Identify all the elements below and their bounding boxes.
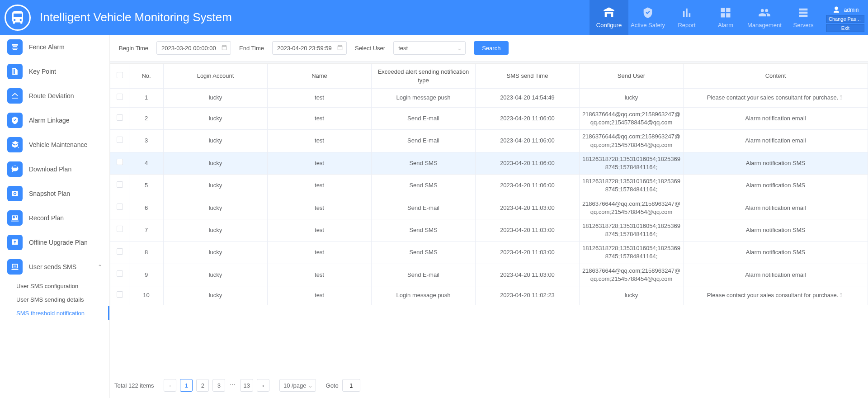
table-row[interactable]: 10luckytestLogin message push2023-04-20 … <box>110 286 868 305</box>
cell-content: Alarm notification email <box>684 197 868 219</box>
row-checkbox[interactable] <box>117 291 123 298</box>
row-checkbox[interactable] <box>117 226 123 232</box>
total-items: Total 122 items <box>114 382 154 389</box>
sidebar-item-record-plan[interactable]: Record Plan <box>0 206 109 230</box>
filter-bar: Begin Time End Time Select User <box>110 35 868 61</box>
cell-no: 9 <box>129 264 164 286</box>
sidebar-item-alarm-linkage[interactable]: Alarm Linkage <box>0 108 109 133</box>
search-button[interactable]: Search <box>474 41 509 55</box>
nav-icon <box>603 6 615 19</box>
change-password-button[interactable]: Change Pass... <box>826 15 864 23</box>
sidebar-item-route-deviation[interactable]: Route Deviation <box>0 84 109 108</box>
sidebar-subitem-user-sms-sending-details[interactable]: User SMS sending details <box>0 293 109 306</box>
col-header: Send User <box>580 64 684 89</box>
cell-account: lucky <box>164 219 268 241</box>
row-checkbox[interactable] <box>117 204 123 210</box>
cell-name: test <box>268 197 372 219</box>
sidebar-icon <box>7 235 23 250</box>
end-time-input[interactable] <box>272 41 347 55</box>
cell-content: Alarm notification email <box>684 108 868 130</box>
col-header: SMS send Time <box>476 64 580 89</box>
sidebar-item-vehicle-maintenance[interactable]: Vehicle Maintenance <box>0 133 109 157</box>
cell-account: lucky <box>164 197 268 219</box>
sidebar-subitem-user-sms-configuration[interactable]: User SMS configuration <box>0 279 109 293</box>
cell-type: Login message push <box>372 286 476 305</box>
main-content: Begin Time End Time Select User <box>110 35 868 398</box>
nav-configure[interactable]: Configure <box>590 0 628 35</box>
table-row[interactable]: 5luckytestSend SMS2023-04-20 11:06:00181… <box>110 175 868 197</box>
begin-time-label: Begin Time <box>119 45 148 52</box>
table-row[interactable]: 4luckytestSend SMS2023-04-20 11:06:00181… <box>110 152 868 174</box>
table-row[interactable]: 7luckytestSend SMS2023-04-20 11:03:00181… <box>110 219 868 241</box>
user-name: admin <box>844 7 859 13</box>
bus-icon <box>9 9 26 26</box>
page-ellipsis: ⋯ <box>229 379 236 392</box>
table-row[interactable]: 3luckytestSend E-mail2023-04-20 11:06:00… <box>110 130 868 152</box>
sidebar-item-download-plan[interactable]: Download Plan <box>0 157 109 181</box>
sidebar-item-offline-upgrade-plan[interactable]: Offline Upgrade Plan <box>0 230 109 255</box>
goto-page-input[interactable] <box>342 379 360 392</box>
begin-time-input[interactable] <box>156 41 231 55</box>
page-2[interactable]: 2 <box>196 379 209 392</box>
cell-type: Send E-mail <box>372 130 476 152</box>
select-all-checkbox[interactable] <box>117 72 123 78</box>
cell-account: lucky <box>164 152 268 174</box>
nav-report[interactable]: Report <box>667 0 706 35</box>
prev-page-button[interactable]: ‹ <box>164 379 176 392</box>
cell-name: test <box>268 219 372 241</box>
page-1[interactable]: 1 <box>180 379 193 392</box>
table-row[interactable]: 8luckytestSend SMS2023-04-20 11:03:00181… <box>110 242 868 264</box>
page-size-select[interactable]: 10 /page ⌄ <box>279 379 316 392</box>
table-row[interactable]: 2luckytestSend E-mail2023-04-20 11:06:00… <box>110 108 868 130</box>
col-header: Name <box>268 64 372 89</box>
sidebar-item-snapshot-plan[interactable]: Snapshot Plan <box>0 181 109 206</box>
cell-account: lucky <box>164 130 268 152</box>
cell-no: 6 <box>129 197 164 219</box>
nav-icon <box>758 6 771 19</box>
cell-time: 2023-04-20 11:06:00 <box>476 175 580 197</box>
col-header: No. <box>129 64 164 89</box>
row-checkbox[interactable] <box>117 137 123 143</box>
cell-no: 4 <box>129 152 164 174</box>
cell-type: Send E-mail <box>372 108 476 130</box>
nav-management[interactable]: Management <box>745 0 784 35</box>
cell-content: Alarm notification email <box>684 264 868 286</box>
row-checkbox[interactable] <box>117 159 123 165</box>
sidebar-item-fence-alarm[interactable]: Fence Alarm <box>0 35 109 59</box>
cell-no: 3 <box>129 130 164 152</box>
row-checkbox[interactable] <box>117 248 123 255</box>
nav-active-safety[interactable]: Active Safety <box>628 0 667 35</box>
header: Intelligent Vehicle Monitoring System Co… <box>0 0 868 35</box>
sidebar-icon <box>7 64 23 79</box>
sidebar-item-key-point[interactable]: Key Point <box>0 59 109 84</box>
sidebar-subitem-sms-threshold-notification[interactable]: SMS threshold notification <box>0 306 109 320</box>
col-header: Login Account <box>164 64 268 89</box>
row-checkbox[interactable] <box>117 181 123 188</box>
page-13[interactable]: 13 <box>240 379 253 392</box>
sidebar-item-user-sends-sms[interactable]: User sends SMS⌃ <box>0 255 109 279</box>
cell-time: 2023-04-20 14:54:49 <box>476 89 580 108</box>
select-user-input[interactable] <box>393 41 466 55</box>
cell-content: Alarm notification email <box>684 130 868 152</box>
row-checkbox[interactable] <box>117 270 123 277</box>
table-row[interactable]: 1luckytestLogin message push2023-04-20 1… <box>110 89 868 108</box>
goto-label: Goto <box>326 382 339 389</box>
row-checkbox[interactable] <box>117 114 123 121</box>
exit-button[interactable]: Exit <box>826 24 864 32</box>
sidebar-icon <box>7 137 23 152</box>
table-row[interactable]: 6luckytestSend E-mail2023-04-20 11:03:00… <box>110 197 868 219</box>
cell-send-user: 18126318728;13531016054;18253698745;1578… <box>580 152 684 174</box>
table-row[interactable]: 9luckytestSend E-mail2023-04-20 11:03:00… <box>110 264 868 286</box>
cell-no: 2 <box>129 108 164 130</box>
cell-content: Please contact your sales consultant for… <box>684 286 868 305</box>
cell-account: lucky <box>164 175 268 197</box>
nav-icon <box>719 6 732 19</box>
next-page-button[interactable]: › <box>257 379 269 392</box>
row-checkbox[interactable] <box>117 94 123 100</box>
nav-alarm[interactable]: Alarm <box>706 0 745 35</box>
cell-name: test <box>268 175 372 197</box>
cell-time: 2023-04-20 11:03:00 <box>476 242 580 264</box>
page-3[interactable]: 3 <box>212 379 225 392</box>
nav-servers[interactable]: Servers <box>784 0 823 35</box>
chevron-up-icon: ⌃ <box>98 264 102 270</box>
